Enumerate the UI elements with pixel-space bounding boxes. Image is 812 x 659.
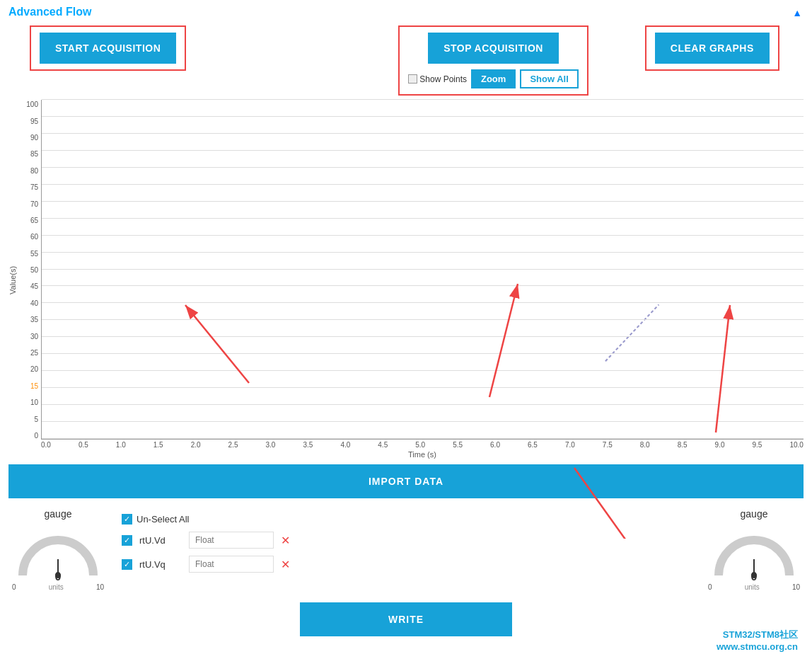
x-tick: 8.0: [640, 441, 650, 449]
x-tick: 3.0: [266, 441, 276, 449]
row-1-checkbox[interactable]: ✓: [122, 559, 132, 570]
x-axis-label: Time (s): [41, 450, 804, 459]
footer-line1: STM32/STM8社区: [717, 629, 798, 641]
y-tick: 55: [18, 251, 38, 258]
gridline: [42, 387, 804, 388]
y-axis-label: Value(s): [8, 100, 17, 440]
clear-graphs-box: CLEAR GRAPHS: [645, 25, 779, 71]
row-1-input[interactable]: [189, 556, 274, 573]
data-controls: ✓ Un-Select All ✓ rtU.Vd ✕ ✓ rtU.Vq ✕: [122, 508, 690, 578]
x-tick: 0.5: [79, 441, 88, 449]
gauge-left: gauge 0 0 units 10: [8, 508, 108, 591]
y-tick: 85: [18, 151, 38, 158]
y-tick: 25: [18, 350, 38, 357]
chart-options-row: Show Points Zoom Show All: [408, 69, 579, 88]
row-1-delete-icon[interactable]: ✕: [281, 558, 290, 571]
footer-branding: STM32/STM8社区 www.stmcu.org.cn: [717, 629, 798, 652]
write-button[interactable]: WRITE: [300, 602, 512, 636]
collapse-icon[interactable]: ▲: [792, 7, 802, 18]
x-tick: 1.0: [116, 441, 126, 449]
y-tick: 70: [18, 201, 38, 208]
unselect-all-label: Un-Select All: [137, 514, 189, 525]
gauge-left-title: gauge: [45, 508, 72, 520]
svg-line-0: [605, 304, 659, 361]
x-tick: 5.5: [453, 441, 463, 449]
y-tick: 15: [18, 383, 38, 390]
gridline: [42, 269, 804, 270]
gauge-right-value: 0: [751, 571, 758, 583]
x-tick: 4.5: [378, 441, 388, 449]
y-tick: 80: [18, 168, 38, 175]
x-tick: 0.0: [41, 441, 51, 449]
x-tick: 10.0: [789, 441, 803, 449]
gridline: [42, 370, 804, 371]
y-tick: 0: [18, 432, 38, 440]
y-tick: 10: [18, 399, 38, 406]
x-tick: 5.0: [415, 441, 425, 449]
x-tick: 6.5: [528, 441, 538, 449]
y-tick: 35: [18, 316, 38, 323]
gridline: [42, 150, 804, 151]
data-row-1: ✓ rtU.Vq ✕: [122, 556, 690, 573]
y-tick: 95: [18, 118, 38, 125]
y-tick: 65: [18, 217, 38, 224]
data-row-0: ✓ rtU.Vd ✕: [122, 532, 690, 549]
clear-graphs-button[interactable]: CLEAR GRAPHS: [655, 33, 770, 64]
x-tick: 3.5: [303, 441, 313, 449]
show-all-button[interactable]: Show All: [520, 69, 578, 88]
gridline: [42, 235, 804, 236]
gridline: [42, 438, 804, 439]
start-acquisition-box: START ACQUISITION: [30, 25, 186, 71]
start-acquisition-button[interactable]: START ACQUISITION: [40, 33, 176, 64]
y-tick: 60: [18, 234, 38, 241]
gridline: [42, 319, 804, 320]
chart-area: Value(s) 0510152025303540455055606570758…: [8, 100, 804, 459]
unselect-all-checkbox[interactable]: ✓: [122, 514, 132, 525]
gridline: [42, 336, 804, 337]
chart-plot: [41, 100, 804, 440]
unselect-all-row: ✓ Un-Select All: [122, 514, 690, 525]
row-0-input[interactable]: [189, 532, 274, 549]
gauge-right-title: gauge: [741, 508, 768, 520]
y-tick: 50: [18, 267, 38, 274]
stop-acquisition-button[interactable]: STOP ACQUISITION: [428, 33, 559, 64]
bottom-section: gauge 0 0 units 10 ✓ Un-Select All ✓ rtU…: [0, 504, 812, 595]
gridline: [42, 285, 804, 286]
y-tick: 75: [18, 184, 38, 191]
write-button-row: WRITE: [8, 602, 804, 636]
gridline: [42, 421, 804, 422]
page-title: Advanced Flow: [8, 6, 91, 18]
x-tick: 4.0: [340, 441, 350, 449]
header: Advanced Flow ▲: [0, 0, 812, 21]
chart-container: Value(s) 0510152025303540455055606570758…: [8, 100, 804, 440]
import-data-button[interactable]: IMPORT DATA: [8, 464, 804, 498]
y-axis-ticks: 0510152025303540455055606570758085909510…: [18, 100, 38, 440]
gridline: [42, 353, 804, 354]
row-0-checkbox[interactable]: ✓: [122, 535, 132, 546]
y-tick: 20: [18, 366, 38, 373]
x-axis-row: 0.00.51.01.52.02.53.03.54.04.55.05.56.06…: [41, 440, 804, 449]
gridline: [42, 252, 804, 253]
gridline: [42, 116, 804, 117]
y-tick: 100: [18, 101, 38, 108]
row-1-label: rtU.Vq: [139, 559, 182, 570]
show-points-label: Show Points: [408, 74, 467, 84]
gridline: [42, 302, 804, 303]
y-tick: 5: [18, 416, 38, 423]
x-tick: 9.0: [715, 441, 725, 449]
zoom-button[interactable]: Zoom: [471, 69, 516, 88]
x-tick: 7.0: [565, 441, 575, 449]
gridline: [42, 218, 804, 219]
row-0-label: rtU.Vd: [139, 535, 182, 546]
y-tick: 45: [18, 283, 38, 290]
gauge-right-labels: 0 units 10: [708, 583, 800, 591]
y-tick: 40: [18, 300, 38, 307]
footer-line2: www.stmcu.org.cn: [717, 641, 798, 652]
y-tick: 30: [18, 333, 38, 340]
show-points-checkbox[interactable]: [408, 74, 417, 84]
gridline: [42, 167, 804, 168]
x-tick: 6.0: [490, 441, 500, 449]
gridline: [42, 404, 804, 405]
control-bar: START ACQUISITION STOP ACQUISITION Show …: [0, 21, 812, 100]
row-0-delete-icon[interactable]: ✕: [281, 534, 290, 547]
